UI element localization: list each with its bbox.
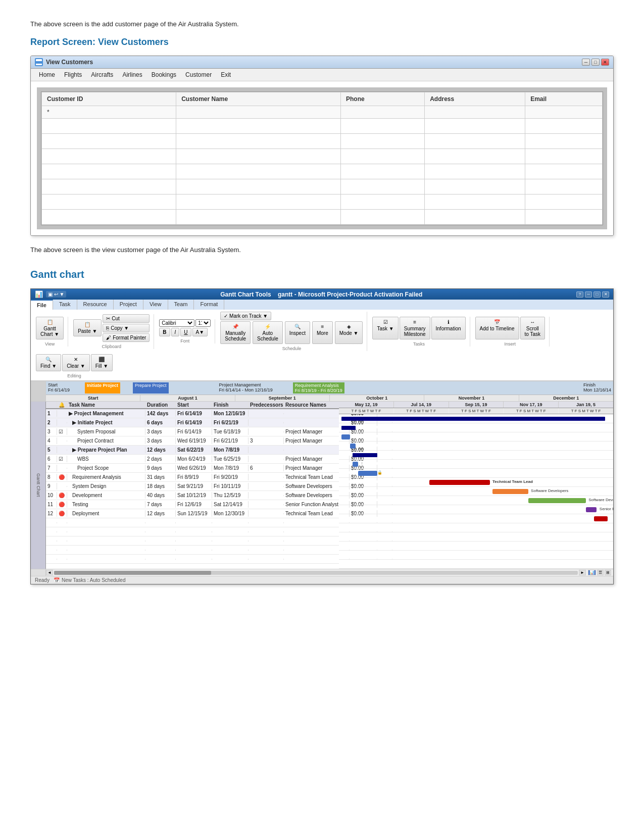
col-header-phone: Phone — [340, 92, 424, 106]
cell-name-8[interactable]: Requirement Analysis — [67, 474, 145, 480]
status-ready: Ready — [35, 577, 49, 583]
gantt-view-btn[interactable]: 📊 — [588, 570, 596, 575]
close-button[interactable]: ✕ — [601, 59, 609, 66]
cell-finish-5: Mon 7/8/19 — [212, 447, 249, 453]
summary-btn[interactable]: ≡ SummaryMilestone — [400, 317, 430, 339]
cell-finish-11: Sat 12/14/19 — [212, 501, 249, 508]
cell-name-4[interactable]: Project Contract — [67, 437, 145, 444]
menu-aircrafts[interactable]: Aircrafts — [87, 70, 117, 79]
timeline-project-bar: StartFri 6/14/19 Initiate Project Prepar… — [46, 381, 613, 395]
font-size-select[interactable]: 11 — [195, 319, 211, 327]
manually-label: ManuallySchedule — [225, 330, 246, 341]
cell-name-7[interactable]: Project Scope — [67, 465, 145, 471]
new-row-address[interactable] — [425, 106, 525, 119]
gantt-tab-file[interactable]: File — [31, 300, 53, 310]
new-row-email[interactable] — [525, 106, 603, 119]
cell-name-12[interactable]: Deployment — [67, 510, 145, 517]
clear-btn[interactable]: ✕ Clear ▼ — [62, 354, 90, 371]
bar-11 — [586, 507, 597, 512]
menu-customer[interactable]: Customer — [181, 70, 216, 79]
gantt-help-btn[interactable]: ? — [576, 291, 583, 298]
cell-dur-7: 9 days — [145, 465, 176, 471]
cell-name-1[interactable]: ▶ Project Management — [67, 410, 145, 417]
menu-airlines[interactable]: Airlines — [118, 70, 146, 79]
bar-row-2 — [339, 423, 613, 432]
bold-btn[interactable]: B — [159, 328, 170, 336]
cell-id-9: 9 — [46, 483, 57, 489]
font-family-select[interactable]: Calibri — [159, 319, 194, 327]
schedule-controls: ✓ Mark on Track ▼ 📌 ManuallySchedule ⚡ A… — [220, 312, 363, 344]
task-insert-btn[interactable]: ☑ Task ▼ — [372, 317, 398, 339]
scrollbar-track[interactable] — [54, 571, 578, 575]
menu-bookings[interactable]: Bookings — [147, 70, 180, 79]
cell-ind-12: 🔴 — [57, 510, 67, 517]
inspect-btn[interactable]: 🔍 Inspect — [285, 321, 310, 344]
gantt-maximize-btn[interactable]: □ — [593, 291, 601, 298]
gantt-chart-btn[interactable]: 📋 GanttChart ▼ — [36, 317, 64, 339]
scroll-left-btn[interactable]: ◄ — [46, 570, 53, 575]
new-row-phone[interactable] — [340, 106, 424, 119]
bar-5 — [353, 453, 377, 457]
cell-name-3[interactable]: System Proposal — [67, 428, 145, 435]
gantt-row-10: 10 🔴 Development 40 days Sat 10/12/19 Th… — [46, 491, 339, 500]
gantt-tools-label: Gantt Chart Tools — [220, 291, 271, 298]
find-btn[interactable]: 🔍 Find ▼ — [36, 354, 61, 371]
cell-name-9[interactable]: System Design — [67, 483, 145, 489]
new-row-customername[interactable] — [176, 106, 341, 119]
timeline-icon: 📅 — [494, 319, 500, 325]
paste-btn[interactable]: 📋 Paste ▼ — [73, 319, 102, 336]
bg-color-btn[interactable]: A▼ — [192, 328, 208, 336]
gantt-tab-project[interactable]: Project — [114, 300, 143, 310]
scroll-right-btn[interactable]: ► — [579, 570, 586, 575]
maximize-button[interactable]: □ — [591, 59, 600, 66]
gantt-close-btn[interactable]: ✕ — [602, 291, 609, 298]
gantt-sidebar-label: Gantt Chart — [31, 402, 46, 569]
manually-schedule-btn[interactable]: 📌 ManuallySchedule — [220, 321, 251, 344]
bar-3 — [341, 434, 350, 439]
information-label: Information — [436, 326, 461, 331]
zoom-btn[interactable]: ⊞ — [605, 570, 611, 575]
cell-name-2[interactable]: ▶ Initiate Project — [67, 419, 145, 426]
italic-btn[interactable]: I — [171, 328, 180, 336]
gantt-tab-format[interactable]: Format — [194, 300, 224, 310]
cell-ind-9 — [57, 486, 67, 487]
table-inner: Customer ID Customer Name Phone Address … — [41, 91, 603, 225]
cell-dur-11: 7 days — [145, 501, 176, 508]
cell-id-1: 1 — [46, 410, 57, 417]
cell-name-10[interactable]: Development — [67, 492, 145, 499]
auto-schedule-btn[interactable]: ⚡ AutoSchedule — [253, 321, 283, 344]
menu-exit[interactable]: Exit — [217, 70, 235, 79]
find-label: Find ▼ — [40, 363, 57, 369]
mode-btn[interactable]: ◈ Mode ▼ — [335, 321, 363, 344]
mark-on-track-btn[interactable]: ✓ Mark on Track ▼ — [220, 312, 271, 320]
format-painter-btn[interactable]: 🖌 Format Painter — [103, 333, 150, 342]
fill-icon: ⬛ — [98, 357, 105, 362]
cell-name-6[interactable]: WBS — [67, 456, 145, 462]
cell-name-11[interactable]: Testing — [67, 501, 145, 508]
cut-btn[interactable]: ✂ Cut — [103, 314, 150, 323]
week-t5: T F S M T W T F — [559, 408, 613, 414]
gantt-minimize-btn[interactable]: ─ — [585, 291, 592, 298]
gantt-tab-view[interactable]: View — [143, 300, 168, 310]
minimize-button[interactable]: ─ — [582, 59, 590, 66]
gantt-tab-task[interactable]: Task — [53, 300, 77, 310]
gantt-tab-team[interactable]: Team — [168, 300, 194, 310]
menu-flights[interactable]: Flights — [60, 70, 86, 79]
sheet-view-btn[interactable]: ☰ — [597, 570, 604, 575]
scroll-to-task-btn[interactable]: ↔ Scrollto Task — [520, 317, 546, 339]
window-menubar: Home Flights Aircrafts Airlines Bookings… — [31, 69, 613, 81]
insert-group-label: Insert — [505, 341, 516, 347]
cell-name-5[interactable]: ▶ Prepare Project Plan — [67, 447, 145, 453]
window-title: View Customers — [35, 58, 93, 66]
copy-btn[interactable]: ⎘ Copy ▼ — [103, 324, 150, 332]
add-to-timeline-btn[interactable]: 📅 Add to Timeline — [475, 317, 519, 339]
more-btn[interactable]: ≡ More — [312, 321, 333, 344]
menu-home[interactable]: Home — [35, 70, 59, 79]
cell-pred-7: 6 — [249, 465, 284, 471]
gantt-tab-resource[interactable]: Resource — [77, 300, 114, 310]
table-row-empty-1 — [42, 119, 603, 134]
information-btn[interactable]: ℹ Information — [431, 317, 466, 339]
underline-btn[interactable]: U — [180, 328, 191, 336]
scrollbar-thumb[interactable] — [54, 571, 211, 575]
fill-btn[interactable]: ⬛ Fill ▼ — [91, 354, 113, 371]
